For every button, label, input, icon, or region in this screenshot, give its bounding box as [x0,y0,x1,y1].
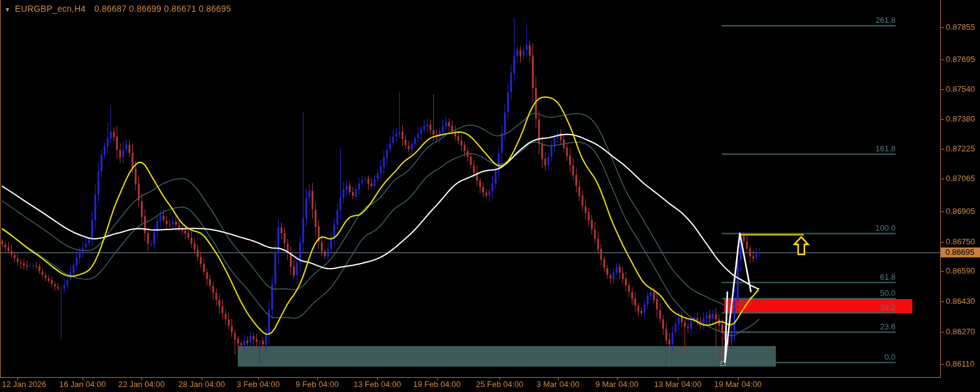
symbol-label: EURGBP_ecn,H4 [15,4,86,14]
ohlc-values: 0.86687 0.86699 0.86671 0.86695 [94,4,231,14]
symbol-dropdown-icon[interactable]: ▼ [4,6,11,13]
price-chart-canvas[interactable] [0,0,980,392]
chart-window: ▼EURGBP_ecn,H40.86687 0.86699 0.86671 0.… [0,0,980,392]
chart-title: ▼EURGBP_ecn,H40.86687 0.86699 0.86671 0.… [4,4,231,14]
